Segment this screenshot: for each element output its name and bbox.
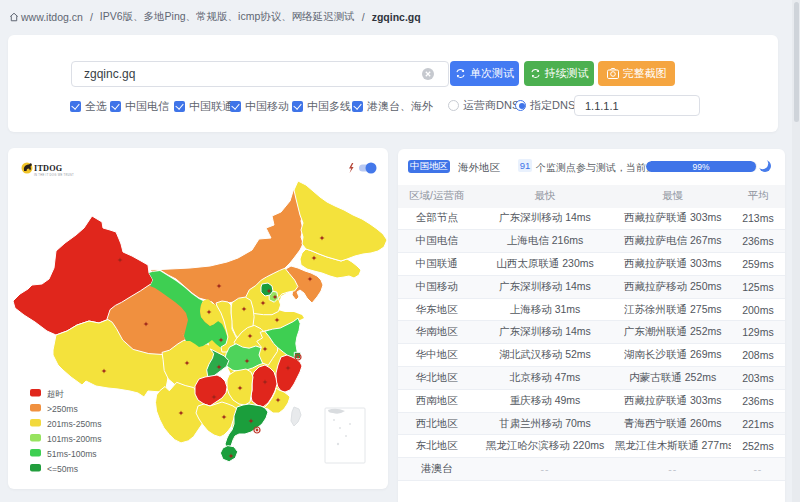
svg-text:IN THE IT DOG WE TRUST: IN THE IT DOG WE TRUST	[34, 173, 74, 177]
svg-text:ITDOG: ITDOG	[34, 164, 63, 173]
svg-text:>250ms: >250ms	[47, 404, 78, 414]
svg-text:101ms-200ms: 101ms-200ms	[47, 434, 101, 444]
svg-text:<=50ms: <=50ms	[47, 464, 78, 474]
svg-text:超时: 超时	[47, 389, 65, 399]
svg-text:201ms-250ms: 201ms-250ms	[47, 419, 101, 429]
svg-text:51ms-100ms: 51ms-100ms	[47, 449, 97, 459]
